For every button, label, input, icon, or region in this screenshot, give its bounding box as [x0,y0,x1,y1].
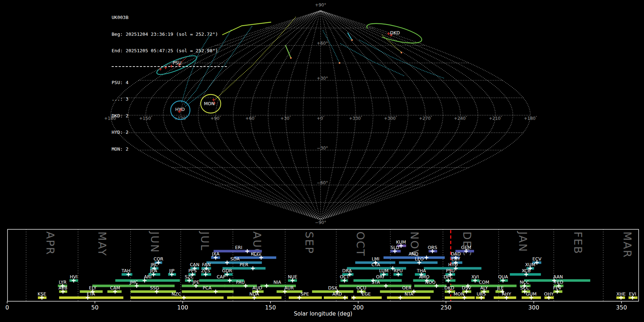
coordinate-label: +60° [245,116,256,121]
shower-code-label: STA [372,279,380,285]
shower-code-label: SCC [520,285,530,291]
activity-bar [59,297,123,299]
trail-endpoint [290,57,292,59]
coordinate-label: +210° [489,116,502,121]
axis-tick-label: 0 [5,304,9,311]
trail-endpoint [339,62,341,64]
shower-code-label: PPS [189,268,197,273]
coordinate-label: +30° [280,116,291,121]
shower-code-label: TAH [121,268,131,273]
shower-xvi: XVI [471,274,479,283]
shower-tah: TAH [121,268,132,277]
peak-cross-marker [265,284,269,288]
session-end: End: 20251205 05:47:25 (sol = 252.98°) [112,48,227,54]
axis-tick-label: 350 [616,304,627,311]
station-id: UK003B [112,15,227,20]
shower-ege: EGE [351,291,382,300]
coordinate-label: +60° [317,41,328,46]
shower-code-label: SZC [185,274,194,279]
activity-bar [182,291,234,293]
shower-code-label: ERI [235,245,242,250]
shower-code-label: JXA [211,251,219,257]
shower-code-label: NDA [249,291,259,297]
shower-fev: FEV [553,285,562,294]
shower-code-label: AVB [59,285,68,291]
axis-tick-label: 150 [265,304,276,311]
shower-code-label: DPC [444,274,453,279]
shower-code-label: CAP [217,274,226,279]
shower-code-label: URS [477,291,486,297]
axis-tick-label: 250 [440,304,452,311]
trail-endpoint [401,52,402,54]
month-label-dec: DEC [461,231,473,257]
axis-tick-label: 200 [353,304,364,311]
separator-line [112,66,227,67]
axis-tick-label: 100 [177,304,188,311]
shower-ors: ORS [428,245,437,253]
shower-code-label: SLD [390,245,399,250]
coordinate-label: +90° [315,3,326,8]
activity-bar [131,297,224,299]
activity-bar [115,279,180,282]
shower-code-label: PSU [446,268,455,273]
count-hyd: HYD: 2 [112,130,227,135]
activity-bar [414,285,447,287]
shower-code-label: JLE [497,285,504,291]
coordinate-label: +270° [419,116,432,121]
shower-code-label: JEA [150,268,157,273]
axis-tick-label: 50 [91,304,98,311]
count-sporadic: ...: 3 [112,96,227,102]
shower-code-label: HVI [70,274,78,279]
shower-code-label: ORI [376,274,384,279]
x-axis-title: Solar longitude (deg) [294,311,352,317]
session-begin: Beg: 20251204 23:36:19 (sol = 252.72°) [112,31,227,37]
activity-bar [234,257,276,259]
shower-xhe: XHE [616,291,626,300]
shower-code-label: FEV [553,285,562,291]
shower-code-label: OHY [544,291,554,297]
shower-code-label: JRC [150,262,158,267]
activity-bar [92,285,175,287]
coordinate-label: −30° [317,146,328,151]
peak-cross-marker [182,296,186,300]
meteor-trail [215,17,296,100]
shower-code-label: PAU [236,279,245,285]
coordinate-label: +300° [384,116,397,121]
month-label-jun: JUN [148,231,161,253]
shower-code-label: NCC [519,279,529,285]
shower-code-label: JIP [169,268,175,273]
peak-cross-marker [225,261,229,265]
coordinate-label: +180° [524,116,537,121]
peak-cross-marker [352,296,356,300]
shower-code-label: GDR [222,268,232,273]
shower-kse: KSE [38,291,47,300]
shower-code-label: COM [479,279,489,285]
peak-cross-marker [425,256,429,260]
shower-code-label: SDA [230,256,240,262]
activity-bar [387,297,430,299]
peak-cross-marker [384,284,388,288]
shower-code-label: XVI [472,274,479,279]
shower-code-label: ORS [428,245,437,250]
shower-sld: SLD [390,245,401,253]
shower-code-label: ALY [480,285,488,291]
radiant-cross-marker [387,32,390,35]
coordinate-label: +240° [454,116,467,121]
coordinate-label: −60° [317,180,328,185]
shower-code-label: XUM [525,262,536,267]
shower-evi: EVI [629,291,638,300]
shower-nda: NDA [227,291,282,300]
peak-cross-marker [245,249,249,253]
shower-code-label: PER [240,262,248,267]
shower-oct: OCT [340,274,350,283]
peak-cross-marker [228,279,232,283]
plot-canvas: +180°+150°+120°+90°+60°+30°+0°+330°+300°… [0,0,644,322]
month-label-apr: APR [44,231,57,255]
shower-code-label: DKD [444,285,454,291]
shower-code-label: NTA [405,291,414,297]
shower-code-label: EHY [452,256,460,262]
shower-code-label: NUE [288,274,297,279]
peak-cross-marker [343,296,347,300]
month-label-oct: OCT [354,231,367,257]
shower-code-label: RPU [394,268,402,273]
